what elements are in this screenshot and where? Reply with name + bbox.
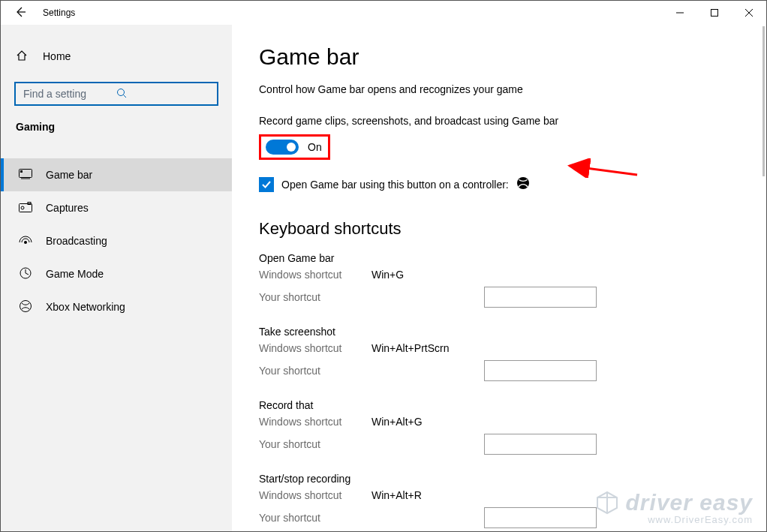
sidebar-item-gamemode[interactable]: Game Mode <box>1 257 232 290</box>
windows-shortcut-label: Windows shortcut <box>259 269 371 281</box>
windows-shortcut-label: Windows shortcut <box>259 416 371 428</box>
windows-shortcut-label: Windows shortcut <box>259 489 371 501</box>
shortcut-block: Record thatWindows shortcutWin+Alt+GYour… <box>259 399 766 455</box>
shortcut-name: Record that <box>259 399 766 411</box>
checkbox-label: Open Game bar using this button on a con… <box>281 179 509 191</box>
svg-line-6 <box>124 95 127 98</box>
svg-rect-8 <box>20 170 23 173</box>
svg-rect-2 <box>711 10 718 17</box>
windows-shortcut-value: Win+Alt+G <box>371 416 423 428</box>
home-icon <box>16 50 28 64</box>
sidebar-item-broadcasting[interactable]: Broadcasting <box>1 224 232 257</box>
svg-point-5 <box>118 89 125 95</box>
controller-checkbox[interactable] <box>259 177 274 192</box>
keyboard-heading: Keyboard shortcuts <box>259 219 766 239</box>
shortcut-block: Start/stop recordingWindows shortcutWin+… <box>259 473 766 528</box>
your-shortcut-label: Your shortcut <box>259 291 371 303</box>
sidebar-item-gamebar[interactable]: Game bar <box>1 158 232 191</box>
xbox-icon <box>19 299 32 315</box>
your-shortcut-label: Your shortcut <box>259 365 371 377</box>
window-title: Settings <box>43 8 75 18</box>
settings-window: Settings Home Find a setting <box>0 0 767 532</box>
minimize-button[interactable] <box>663 1 697 25</box>
close-button[interactable] <box>732 1 766 25</box>
shortcut-block: Take screenshotWindows shortcutWin+Alt+P… <box>259 326 766 381</box>
sidebar-item-label: Game Mode <box>46 268 104 280</box>
sidebar-item-label: Xbox Networking <box>46 301 125 313</box>
your-shortcut-input[interactable] <box>484 507 597 528</box>
search-input[interactable]: Find a setting <box>14 82 218 106</box>
svg-point-13 <box>24 241 27 244</box>
svg-point-19 <box>517 177 529 189</box>
page-title: Game bar <box>259 44 766 70</box>
windows-shortcut-value: Win+G <box>371 269 404 281</box>
your-shortcut-input[interactable] <box>484 287 597 308</box>
annotation-highlight: On <box>259 134 330 160</box>
your-shortcut-label: Your shortcut <box>259 512 371 524</box>
gamebar-icon <box>19 169 32 182</box>
svg-point-12 <box>21 206 24 209</box>
captures-icon <box>19 202 32 215</box>
shortcut-name: Take screenshot <box>259 326 766 338</box>
svg-line-18 <box>570 166 637 175</box>
home-link[interactable]: Home <box>1 44 232 68</box>
home-label: Home <box>43 50 71 62</box>
scrollbar[interactable] <box>762 26 765 176</box>
sidebar-item-captures[interactable]: Captures <box>1 191 232 224</box>
titlebar: Settings <box>1 1 766 25</box>
page-subtitle: Control how Game bar opens and recognize… <box>259 83 766 95</box>
search-icon <box>116 88 209 101</box>
section-heading: Gaming <box>1 121 232 133</box>
windows-shortcut-value: Win+Alt+PrtScrn <box>371 342 449 354</box>
your-shortcut-input[interactable] <box>484 360 597 381</box>
sidebar-item-label: Captures <box>46 202 89 214</box>
shortcut-name: Open Game bar <box>259 252 766 264</box>
annotation-arrow-icon <box>562 158 645 178</box>
gamemode-icon <box>19 266 32 282</box>
gamebar-toggle[interactable] <box>266 140 299 155</box>
xbox-logo-icon <box>516 176 530 192</box>
windows-shortcut-value: Win+Alt+R <box>371 489 422 501</box>
toggle-state: On <box>308 141 322 153</box>
your-shortcut-label: Your shortcut <box>259 438 371 450</box>
sidebar: Home Find a setting Gaming Game bar Capt… <box>1 25 232 531</box>
back-button[interactable] <box>14 6 26 20</box>
maximize-button[interactable] <box>697 1 732 25</box>
sidebar-item-label: Game bar <box>46 169 92 181</box>
your-shortcut-input[interactable] <box>484 434 597 455</box>
svg-point-17 <box>20 300 32 311</box>
windows-shortcut-label: Windows shortcut <box>259 342 371 354</box>
shortcut-block: Open Game barWindows shortcutWin+GYour s… <box>259 252 766 308</box>
broadcasting-icon <box>19 234 32 248</box>
search-placeholder: Find a setting <box>23 88 116 100</box>
sidebar-item-label: Broadcasting <box>46 235 107 247</box>
shortcut-name: Start/stop recording <box>259 473 766 485</box>
toggle-label: Record game clips, screenshots, and broa… <box>259 115 766 127</box>
sidebar-item-xbox[interactable]: Xbox Networking <box>1 290 232 323</box>
main-panel: Game bar Control how Game bar opens and … <box>232 25 766 531</box>
svg-line-16 <box>26 273 29 275</box>
